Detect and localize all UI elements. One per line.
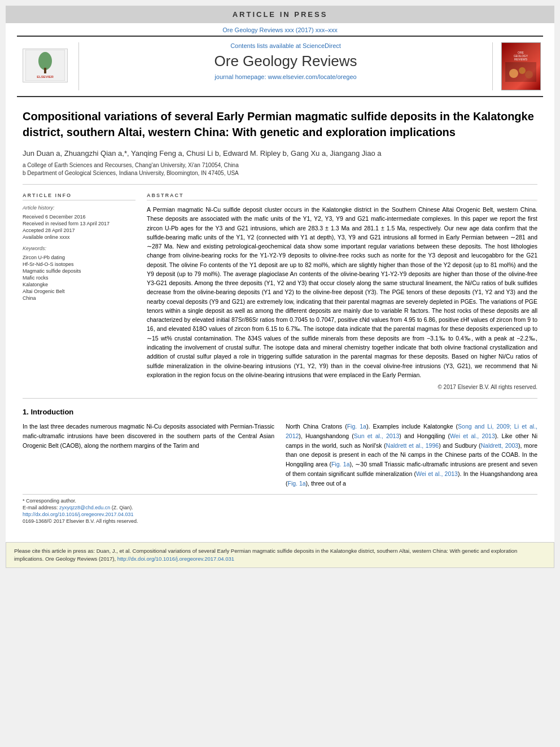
song-li-ref[interactable]: Song and Li, 2009; Li et al., 2012 [286, 423, 537, 439]
authors-line: Jun Duan a, Zhuangzhi Qian a,*, Yanqing … [23, 149, 537, 158]
email-suffix: (Z. Qian). [112, 505, 133, 510]
authors-text: Jun Duan a, Zhuangzhi Qian a,*, Yanqing … [23, 149, 381, 158]
received-revised-date: Received in revised form 13 April 2017 [23, 221, 135, 226]
copyright-line: © 2017 Elsevier B.V. All rights reserved… [147, 384, 537, 390]
doi-bar-text: Ore Geology Reviews xxx (2017) xxx–xxx [222, 27, 338, 33]
received-date: Received 6 December 2016 [23, 214, 135, 220]
journal-header: ELSEVIER Contents lists available at Sci… [17, 36, 543, 97]
doi-link[interactable]: http://dx.doi.org/10.1016/j.oregeorev.20… [23, 512, 133, 517]
keyword-4: Mafic rocks [23, 275, 135, 281]
affiliation-a: a College of Earth Sciences and Recourse… [23, 162, 537, 168]
fig1a-ref-1[interactable]: Fig. 1a [347, 423, 366, 430]
main-content: Compositional variations of several Earl… [6, 97, 554, 536]
email-link[interactable]: zyxyqzz8@chd.edu.cn [59, 505, 110, 510]
sun-ref[interactable]: Sun et al., 2013 [354, 433, 399, 439]
section1-left-col: In the last three decades numerous magma… [23, 422, 274, 488]
journal-cover: OREGEOLOGYREVIEWS [501, 42, 541, 90]
contents-available: Contents lists available at ScienceDirec… [90, 42, 481, 49]
sciencedirect-link[interactable]: ScienceDirect [303, 42, 341, 49]
doi-bar: Ore Geology Reviews xxx (2017) xxx–xxx [6, 23, 554, 36]
keyword-1: Zircon U-Pb dating [23, 255, 135, 260]
journal-cover-area: OREGEOLOGYREVIEWS [492, 42, 543, 90]
paper-title: Compositional variations of several Earl… [23, 108, 537, 140]
keyword-6: Altai Orogenic Belt [23, 289, 135, 294]
corresponding-note: * Corresponding author. [23, 498, 537, 504]
fig1a-ref-2[interactable]: Fig. 1a [331, 461, 350, 468]
citation-link[interactable]: http://dx.doi.org/10.1016/j.oregeorev.20… [117, 556, 234, 562]
wei-ref-1[interactable]: Wei et al., 2013 [450, 433, 495, 439]
naldrett-ref-1[interactable]: Naldrett et al., 1996 [386, 442, 439, 449]
svg-point-5 [509, 69, 518, 78]
svg-point-7 [525, 71, 533, 78]
email-label: E-mail address: [23, 505, 58, 510]
footnote-area: * Corresponding author. E-mail address: … [23, 494, 537, 524]
keyword-3: Magmatic sulfide deposits [23, 268, 135, 274]
abstract-text: A Permian magmatic Ni-Cu sulfide deposit… [147, 205, 537, 379]
section1-right-col: North China Cratons (Fig. 1a). Examples … [286, 422, 537, 488]
section1-left-text: In the last three decades numerous magma… [23, 422, 274, 450]
naldrett-ref-2[interactable]: Naldrett, 2003 [480, 442, 518, 449]
page: ARTICLE IN PRESS Ore Geology Reviews xxx… [6, 6, 554, 568]
accepted-date: Accepted 28 April 2017 [23, 228, 135, 233]
banner-text: ARTICLE IN PRESS [233, 10, 328, 19]
keyword-5: Kalatongke [23, 282, 135, 287]
cover-text: OREGEOLOGYREVIEWS [504, 50, 537, 84]
separator-1 [23, 184, 537, 185]
wei-ref-2[interactable]: Wei et al., 2013 [416, 470, 458, 477]
article-history-label: Article history: [23, 205, 135, 211]
affiliation-b: b Department of Geological Sciences, Ind… [23, 170, 537, 176]
separator-2 [23, 398, 537, 399]
elsevier-logo-area: ELSEVIER [17, 42, 79, 90]
corresponding-label: * Corresponding author. [23, 498, 76, 504]
elsevier-logo-image: ELSEVIER [23, 49, 68, 82]
issn-note: 0169-1368/© 2017 Elsevier B.V. All right… [23, 518, 537, 524]
section1-body: In the last three decades numerous magma… [23, 422, 537, 488]
abstract-col: ABSTRACT A Permian magmatic Ni-Cu sulfid… [147, 193, 537, 390]
section1-heading: 1. Introduction [23, 408, 537, 416]
article-info-col: ARTICLE INFO Article history: Received 6… [23, 193, 135, 390]
article-info-label: ARTICLE INFO [23, 193, 135, 200]
svg-text:ELSEVIER: ELSEVIER [37, 75, 54, 78]
fig1a-ref-3[interactable]: Fig. 1a [288, 480, 306, 487]
article-in-press-banner: ARTICLE IN PRESS [6, 6, 554, 23]
journal-title: Ore Geology Reviews [90, 53, 481, 70]
journal-homepage: journal homepage: www.elsevier.com/locat… [90, 73, 481, 80]
citation-bar: Please cite this article in press as: Du… [6, 542, 554, 569]
contents-label: Contents lists available at [230, 42, 301, 49]
available-online: Available online xxxx [23, 234, 135, 240]
svg-point-1 [38, 52, 52, 70]
email-note: E-mail address: zyxyqzz8@chd.edu.cn (Z. … [23, 505, 537, 510]
citation-text: Please cite this article in press as: Du… [14, 548, 517, 562]
article-info-abstract: ARTICLE INFO Article history: Received 6… [23, 193, 537, 390]
keyword-2: Hf-Sr-Nd-O-S isotopes [23, 261, 135, 267]
abstract-label: ABSTRACT [147, 193, 537, 200]
svg-rect-2 [44, 68, 46, 73]
section1-right-text: North China Cratons (Fig. 1a). Examples … [286, 422, 537, 488]
journal-header-center: Contents lists available at ScienceDirec… [79, 42, 492, 90]
doi-note: http://dx.doi.org/10.1016/j.oregeorev.20… [23, 512, 537, 517]
keyword-7: China [23, 295, 135, 301]
homepage-label: journal homepage: www.elsevier.com/locat… [215, 73, 356, 80]
keywords-section: Keywords: Zircon U-Pb dating Hf-Sr-Nd-O-… [23, 246, 135, 301]
svg-point-6 [519, 67, 526, 74]
keywords-label: Keywords: [23, 246, 135, 251]
